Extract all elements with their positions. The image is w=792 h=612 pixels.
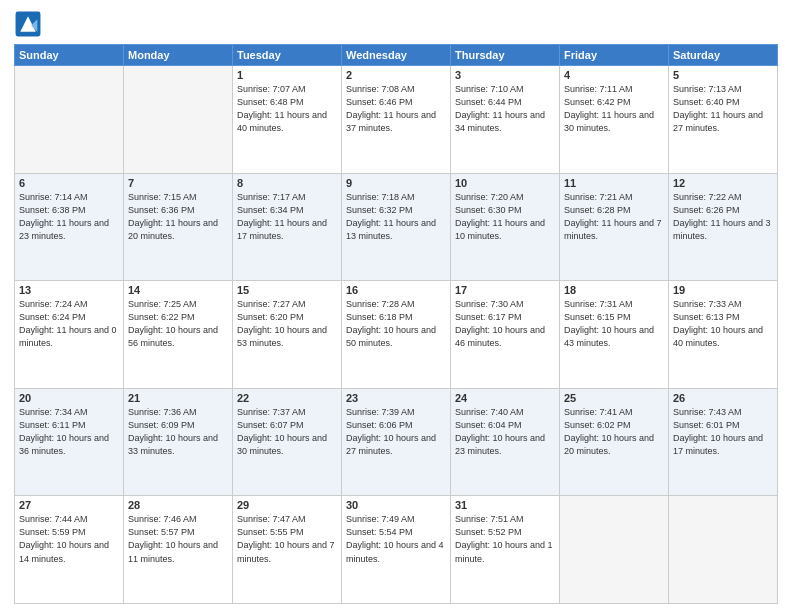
day-number: 21 [128, 392, 228, 404]
day-info: Sunrise: 7:49 AMSunset: 5:54 PMDaylight:… [346, 513, 446, 565]
day-info: Sunrise: 7:24 AMSunset: 6:24 PMDaylight:… [19, 298, 119, 350]
day-number: 18 [564, 284, 664, 296]
day-info: Sunrise: 7:10 AMSunset: 6:44 PMDaylight:… [455, 83, 555, 135]
day-info: Sunrise: 7:21 AMSunset: 6:28 PMDaylight:… [564, 191, 664, 243]
calendar-day-cell: 24Sunrise: 7:40 AMSunset: 6:04 PMDayligh… [451, 388, 560, 496]
day-info: Sunrise: 7:41 AMSunset: 6:02 PMDaylight:… [564, 406, 664, 458]
day-number: 1 [237, 69, 337, 81]
calendar-day-cell: 17Sunrise: 7:30 AMSunset: 6:17 PMDayligh… [451, 281, 560, 389]
day-info: Sunrise: 7:36 AMSunset: 6:09 PMDaylight:… [128, 406, 228, 458]
calendar-day-cell: 30Sunrise: 7:49 AMSunset: 5:54 PMDayligh… [342, 496, 451, 604]
calendar-day-cell: 31Sunrise: 7:51 AMSunset: 5:52 PMDayligh… [451, 496, 560, 604]
calendar-day-cell: 9Sunrise: 7:18 AMSunset: 6:32 PMDaylight… [342, 173, 451, 281]
day-number: 13 [19, 284, 119, 296]
logo [14, 10, 44, 38]
day-info: Sunrise: 7:47 AMSunset: 5:55 PMDaylight:… [237, 513, 337, 565]
weekday-header-tuesday: Tuesday [233, 45, 342, 66]
header [14, 10, 778, 38]
day-number: 11 [564, 177, 664, 189]
day-number: 12 [673, 177, 773, 189]
calendar-day-cell: 7Sunrise: 7:15 AMSunset: 6:36 PMDaylight… [124, 173, 233, 281]
day-number: 19 [673, 284, 773, 296]
calendar-day-cell: 14Sunrise: 7:25 AMSunset: 6:22 PMDayligh… [124, 281, 233, 389]
calendar-day-cell: 15Sunrise: 7:27 AMSunset: 6:20 PMDayligh… [233, 281, 342, 389]
day-number: 26 [673, 392, 773, 404]
day-number: 30 [346, 499, 446, 511]
weekday-header-wednesday: Wednesday [342, 45, 451, 66]
day-number: 16 [346, 284, 446, 296]
calendar-day-cell: 26Sunrise: 7:43 AMSunset: 6:01 PMDayligh… [669, 388, 778, 496]
calendar-day-cell: 29Sunrise: 7:47 AMSunset: 5:55 PMDayligh… [233, 496, 342, 604]
calendar-day-cell: 22Sunrise: 7:37 AMSunset: 6:07 PMDayligh… [233, 388, 342, 496]
calendar-day-cell: 19Sunrise: 7:33 AMSunset: 6:13 PMDayligh… [669, 281, 778, 389]
day-info: Sunrise: 7:11 AMSunset: 6:42 PMDaylight:… [564, 83, 664, 135]
day-number: 4 [564, 69, 664, 81]
day-number: 17 [455, 284, 555, 296]
calendar-day-cell: 11Sunrise: 7:21 AMSunset: 6:28 PMDayligh… [560, 173, 669, 281]
weekday-header-monday: Monday [124, 45, 233, 66]
day-info: Sunrise: 7:25 AMSunset: 6:22 PMDaylight:… [128, 298, 228, 350]
calendar-day-cell: 16Sunrise: 7:28 AMSunset: 6:18 PMDayligh… [342, 281, 451, 389]
calendar-day-cell: 23Sunrise: 7:39 AMSunset: 6:06 PMDayligh… [342, 388, 451, 496]
calendar-day-cell [15, 66, 124, 174]
day-info: Sunrise: 7:31 AMSunset: 6:15 PMDaylight:… [564, 298, 664, 350]
day-number: 24 [455, 392, 555, 404]
day-number: 25 [564, 392, 664, 404]
day-info: Sunrise: 7:18 AMSunset: 6:32 PMDaylight:… [346, 191, 446, 243]
calendar-day-cell: 13Sunrise: 7:24 AMSunset: 6:24 PMDayligh… [15, 281, 124, 389]
calendar-day-cell: 8Sunrise: 7:17 AMSunset: 6:34 PMDaylight… [233, 173, 342, 281]
day-info: Sunrise: 7:08 AMSunset: 6:46 PMDaylight:… [346, 83, 446, 135]
weekday-header-sunday: Sunday [15, 45, 124, 66]
day-info: Sunrise: 7:33 AMSunset: 6:13 PMDaylight:… [673, 298, 773, 350]
day-info: Sunrise: 7:37 AMSunset: 6:07 PMDaylight:… [237, 406, 337, 458]
day-number: 22 [237, 392, 337, 404]
day-info: Sunrise: 7:13 AMSunset: 6:40 PMDaylight:… [673, 83, 773, 135]
day-info: Sunrise: 7:30 AMSunset: 6:17 PMDaylight:… [455, 298, 555, 350]
day-info: Sunrise: 7:34 AMSunset: 6:11 PMDaylight:… [19, 406, 119, 458]
day-info: Sunrise: 7:27 AMSunset: 6:20 PMDaylight:… [237, 298, 337, 350]
day-info: Sunrise: 7:14 AMSunset: 6:38 PMDaylight:… [19, 191, 119, 243]
calendar-day-cell: 28Sunrise: 7:46 AMSunset: 5:57 PMDayligh… [124, 496, 233, 604]
calendar-day-cell: 1Sunrise: 7:07 AMSunset: 6:48 PMDaylight… [233, 66, 342, 174]
day-number: 10 [455, 177, 555, 189]
day-number: 7 [128, 177, 228, 189]
day-info: Sunrise: 7:15 AMSunset: 6:36 PMDaylight:… [128, 191, 228, 243]
weekday-header-thursday: Thursday [451, 45, 560, 66]
calendar-week-row: 6Sunrise: 7:14 AMSunset: 6:38 PMDaylight… [15, 173, 778, 281]
calendar-week-row: 13Sunrise: 7:24 AMSunset: 6:24 PMDayligh… [15, 281, 778, 389]
calendar-day-cell: 5Sunrise: 7:13 AMSunset: 6:40 PMDaylight… [669, 66, 778, 174]
calendar-day-cell: 12Sunrise: 7:22 AMSunset: 6:26 PMDayligh… [669, 173, 778, 281]
day-info: Sunrise: 7:28 AMSunset: 6:18 PMDaylight:… [346, 298, 446, 350]
day-info: Sunrise: 7:46 AMSunset: 5:57 PMDaylight:… [128, 513, 228, 565]
day-number: 28 [128, 499, 228, 511]
calendar-day-cell: 6Sunrise: 7:14 AMSunset: 6:38 PMDaylight… [15, 173, 124, 281]
day-number: 6 [19, 177, 119, 189]
weekday-header-friday: Friday [560, 45, 669, 66]
page: SundayMondayTuesdayWednesdayThursdayFrid… [0, 0, 792, 612]
logo-icon [14, 10, 42, 38]
day-number: 27 [19, 499, 119, 511]
day-number: 31 [455, 499, 555, 511]
day-info: Sunrise: 7:44 AMSunset: 5:59 PMDaylight:… [19, 513, 119, 565]
calendar-week-row: 20Sunrise: 7:34 AMSunset: 6:11 PMDayligh… [15, 388, 778, 496]
calendar-day-cell: 4Sunrise: 7:11 AMSunset: 6:42 PMDaylight… [560, 66, 669, 174]
calendar-day-cell: 27Sunrise: 7:44 AMSunset: 5:59 PMDayligh… [15, 496, 124, 604]
calendar-day-cell: 10Sunrise: 7:20 AMSunset: 6:30 PMDayligh… [451, 173, 560, 281]
calendar-day-cell [669, 496, 778, 604]
day-info: Sunrise: 7:40 AMSunset: 6:04 PMDaylight:… [455, 406, 555, 458]
day-info: Sunrise: 7:17 AMSunset: 6:34 PMDaylight:… [237, 191, 337, 243]
calendar-week-row: 1Sunrise: 7:07 AMSunset: 6:48 PMDaylight… [15, 66, 778, 174]
calendar-day-cell [124, 66, 233, 174]
day-number: 2 [346, 69, 446, 81]
day-number: 20 [19, 392, 119, 404]
day-number: 15 [237, 284, 337, 296]
day-number: 9 [346, 177, 446, 189]
day-info: Sunrise: 7:07 AMSunset: 6:48 PMDaylight:… [237, 83, 337, 135]
day-number: 8 [237, 177, 337, 189]
calendar-day-cell: 2Sunrise: 7:08 AMSunset: 6:46 PMDaylight… [342, 66, 451, 174]
calendar-day-cell: 20Sunrise: 7:34 AMSunset: 6:11 PMDayligh… [15, 388, 124, 496]
calendar-day-cell: 18Sunrise: 7:31 AMSunset: 6:15 PMDayligh… [560, 281, 669, 389]
day-info: Sunrise: 7:51 AMSunset: 5:52 PMDaylight:… [455, 513, 555, 565]
calendar-day-cell [560, 496, 669, 604]
day-number: 14 [128, 284, 228, 296]
